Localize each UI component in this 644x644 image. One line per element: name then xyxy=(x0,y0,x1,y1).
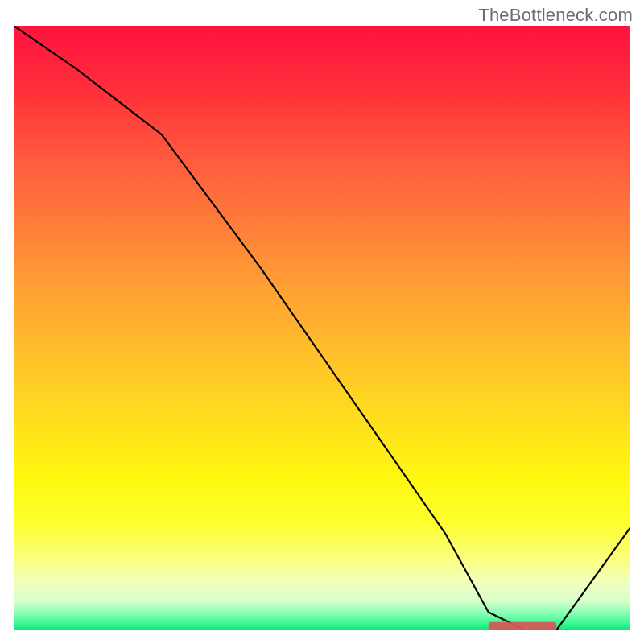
minimum-highlight-band xyxy=(489,622,556,630)
bottleneck-curve xyxy=(14,26,630,630)
chart-area xyxy=(14,26,630,630)
chart-svg xyxy=(14,26,630,630)
watermark-text: TheBottleneck.com xyxy=(478,5,633,26)
